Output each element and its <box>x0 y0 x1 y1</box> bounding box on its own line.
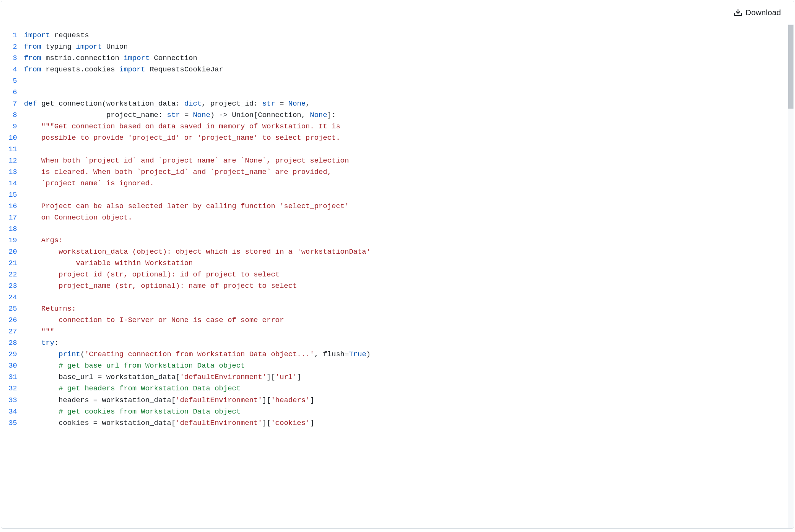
line-number[interactable]: 18 <box>6 223 17 235</box>
code-content[interactable]: import requestsfrom typing import Unionf… <box>24 24 794 528</box>
file-viewer: Download 1234567891011121314151617181920… <box>1 1 794 529</box>
line-number[interactable]: 28 <box>6 337 17 349</box>
code-line[interactable]: # get base url from Workstation Data obj… <box>24 360 794 371</box>
code-line[interactable]: on Connection object. <box>24 212 794 223</box>
code-line[interactable]: headers = workstation_data['defaultEnvir… <box>24 395 794 406</box>
line-number[interactable]: 33 <box>6 395 17 406</box>
code-line[interactable]: Returns: <box>24 303 794 314</box>
line-number[interactable]: 1 <box>6 30 17 41</box>
line-number[interactable]: 35 <box>6 417 17 429</box>
download-icon <box>733 8 743 17</box>
line-number[interactable]: 17 <box>6 212 17 223</box>
code-line[interactable]: When both `project_id` and `project_name… <box>24 155 794 166</box>
code-line[interactable]: # get cookies from Workstation Data obje… <box>24 406 794 417</box>
line-number[interactable]: 4 <box>6 64 17 75</box>
line-number[interactable]: 34 <box>6 406 17 417</box>
line-number[interactable]: 15 <box>6 189 17 200</box>
line-number[interactable]: 22 <box>6 269 17 280</box>
code-line[interactable] <box>24 292 794 303</box>
toolbar: Download <box>1 1 794 24</box>
code-line[interactable] <box>24 189 794 200</box>
code-line[interactable]: # get headers from Workstation Data obje… <box>24 383 794 394</box>
code-line[interactable]: project_name: str = None) -> Union[Conne… <box>24 109 794 121</box>
scrollbar-track[interactable] <box>788 24 794 528</box>
code-line[interactable]: connection to I-Server or None is case o… <box>24 314 794 326</box>
line-number[interactable]: 21 <box>6 257 17 269</box>
code-line[interactable]: possible to provide 'project_id' or 'pro… <box>24 132 794 144</box>
scrollbar-thumb[interactable] <box>788 25 793 109</box>
code-line[interactable] <box>24 75 794 87</box>
code-line[interactable]: project_id (str, optional): id of projec… <box>24 269 794 280</box>
code-line[interactable] <box>24 144 794 155</box>
line-number[interactable]: 5 <box>6 75 17 87</box>
line-number[interactable]: 20 <box>6 246 17 257</box>
line-number[interactable]: 23 <box>6 280 17 292</box>
code-line[interactable]: variable within Workstation <box>24 257 794 269</box>
code-line[interactable]: cookies = workstation_data['defaultEnvir… <box>24 417 794 429</box>
code-line[interactable]: try: <box>24 337 794 349</box>
line-number[interactable]: 7 <box>6 98 17 109</box>
code-line[interactable]: """Get connection based on data saved in… <box>24 121 794 132</box>
code-line[interactable]: Args: <box>24 235 794 246</box>
line-number[interactable]: 6 <box>6 87 17 98</box>
code-line[interactable]: Project can be also selected later by ca… <box>24 200 794 212</box>
code-line[interactable]: is cleared. When both `project_id` and `… <box>24 166 794 178</box>
code-line[interactable]: from typing import Union <box>24 41 794 52</box>
line-number[interactable]: 31 <box>6 371 17 383</box>
code-line[interactable] <box>24 87 794 98</box>
line-number[interactable]: 29 <box>6 349 17 360</box>
line-number[interactable]: 14 <box>6 178 17 189</box>
code-line[interactable]: workstation_data (object): object which … <box>24 246 794 257</box>
code-line[interactable]: from requests.cookies import RequestsCoo… <box>24 64 794 75</box>
download-button[interactable]: Download <box>730 6 785 19</box>
line-number[interactable]: 2 <box>6 41 17 52</box>
line-number[interactable]: 25 <box>6 303 17 314</box>
line-number[interactable]: 26 <box>6 314 17 326</box>
code-area[interactable]: 1234567891011121314151617181920212223242… <box>1 24 794 528</box>
code-line[interactable]: from mstrio.connection import Connection <box>24 52 794 64</box>
line-number[interactable]: 30 <box>6 360 17 371</box>
line-number[interactable]: 27 <box>6 326 17 337</box>
line-number[interactable]: 11 <box>6 144 17 155</box>
download-label: Download <box>746 8 781 17</box>
code-line[interactable]: """ <box>24 326 794 337</box>
code-line[interactable]: import requests <box>24 30 794 41</box>
line-number[interactable]: 9 <box>6 121 17 132</box>
line-number[interactable]: 24 <box>6 292 17 303</box>
code-line[interactable]: base_url = workstation_data['defaultEnvi… <box>24 371 794 383</box>
code-line[interactable]: def get_connection(workstation_data: dic… <box>24 98 794 109</box>
line-number[interactable]: 32 <box>6 383 17 394</box>
code-line[interactable] <box>24 223 794 235</box>
line-number[interactable]: 13 <box>6 166 17 178</box>
line-number[interactable]: 8 <box>6 109 17 121</box>
code-line[interactable]: `project_name` is ignored. <box>24 178 794 189</box>
line-number[interactable]: 10 <box>6 132 17 144</box>
line-number[interactable]: 19 <box>6 235 17 246</box>
line-number-gutter: 1234567891011121314151617181920212223242… <box>1 24 24 528</box>
code-line[interactable]: print('Creating connection from Workstat… <box>24 349 794 360</box>
line-number[interactable]: 3 <box>6 52 17 64</box>
line-number[interactable]: 16 <box>6 200 17 212</box>
code-line[interactable]: project_name (str, optional): name of pr… <box>24 280 794 292</box>
line-number[interactable]: 12 <box>6 155 17 166</box>
